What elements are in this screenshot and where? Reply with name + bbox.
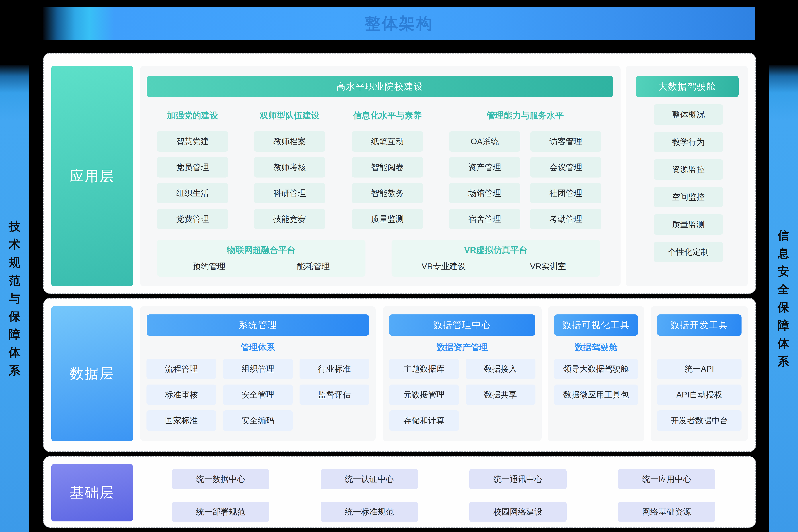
top-banner: 整体架构 [43, 7, 755, 40]
app-item-tile: 智慧党建 [157, 131, 228, 152]
platform-item: 能耗管理 [261, 261, 366, 272]
sidebar-char: 保 [9, 307, 20, 325]
sidebar-char: 保 [778, 299, 789, 317]
data-item-tile: 安全编码 [223, 411, 293, 431]
app-item-tile: 场馆管理 [449, 183, 520, 203]
data-item-tile: 数据微应用工具包 [554, 384, 638, 405]
foundation-item-tile: 统一应用中心 [618, 469, 715, 489]
cockpit-header: 大数据驾驶舱 [636, 76, 739, 97]
data-group-items: 流程管理组织管理行业标准标准审核安全管理监督评估国家标准安全编码 [140, 359, 376, 431]
application-layer-card: 应用层 高水平职业院校建设 加强党的建设智慧党建党员管理组织生活党费管理双师型队… [43, 53, 756, 294]
left-sidebar-tech-spec: 技术规范与保障体系 [0, 65, 29, 532]
foundation-layer-label: 基础层 [51, 464, 133, 521]
data-group-header: 数据管理中心 [389, 315, 535, 336]
app-item-tile: 智能阅卷 [352, 157, 423, 177]
app-subcolumn: OA系统资产管理场馆管理宿舍管理 [449, 131, 520, 229]
cockpit-header-text: 大数据驾驶舱 [658, 80, 716, 93]
data-group-items: 领导大数据驾驶舱数据微应用工具包 [548, 359, 645, 405]
data-group-panel: 数据管理中心数据资产管理主题数据库数据接入元数据管理数据共享存储和计算 [383, 306, 542, 441]
data-item-tile: 标准审核 [147, 384, 216, 405]
app-item-tile: 党费管理 [157, 209, 228, 229]
sidebar-char: 安 [778, 262, 789, 280]
data-item-tile: 行业标准 [299, 359, 369, 379]
data-group-subtitle: 管理体系 [140, 336, 376, 359]
app-column-items: OA系统资产管理场馆管理宿舍管理访客管理会议管理社团管理考勤管理 [449, 131, 601, 229]
app-column-items: 智慧党建党员管理组织生活党费管理 [157, 131, 228, 229]
foundation-item-tile: 网络基础资源 [618, 501, 715, 522]
platform-panel: VR虚拟仿真平台VR专业建设VR实训室 [391, 240, 600, 277]
data-group-header: 系统管理 [147, 315, 369, 336]
app-column-items: 教师档案教师考核科研管理技能竞赛 [254, 131, 325, 229]
data-item-tile: 开发者数据中台 [657, 411, 742, 431]
sidebar-char: 全 [778, 280, 789, 299]
app-column: 加强党的建设智慧党建党员管理组织生活党费管理 [157, 110, 228, 229]
cockpit-item-tile: 质量监测 [654, 214, 723, 235]
application-layer-label: 应用层 [51, 66, 133, 286]
foundation-item-tile: 统一标准规范 [321, 501, 418, 522]
sidebar-char: 障 [9, 325, 20, 344]
platform-item: 预约管理 [157, 261, 261, 272]
cockpit-item-tile: 个性化定制 [654, 242, 723, 262]
app-column: 信息化水平与素养纸笔互动智能阅卷智能教务质量监测 [352, 110, 423, 229]
app-item-tile: 党员管理 [157, 157, 228, 177]
foundation-item-tile: 校园网络建设 [469, 501, 567, 522]
data-group-items: 主题数据库数据接入元数据管理数据共享存储和计算 [383, 359, 542, 431]
layer-label-text: 数据层 [70, 364, 115, 383]
app-item-tile: 教师档案 [254, 131, 325, 152]
cockpit-item-tile: 教学行为 [654, 132, 723, 152]
data-group-header: 数据开发工具 [657, 315, 742, 336]
data-group-subtitle: 数据资产管理 [383, 336, 542, 359]
platform-items: 预约管理能耗管理 [157, 256, 366, 277]
platform-title: 物联网超融合平台 [157, 244, 366, 256]
data-item-tile: 元数据管理 [389, 384, 459, 405]
platform-title: VR虚拟仿真平台 [391, 244, 600, 256]
sidebar-char: 障 [778, 317, 789, 335]
data-item-tile: 数据接入 [466, 359, 536, 379]
data-group-panel: 数据开发工具统一APIAPI自动授权开发者数据中台 [651, 306, 748, 441]
sidebar-char: 体 [9, 344, 20, 362]
app-column-title: 加强党的建设 [157, 110, 228, 121]
data-group-header: 数据可视化工具 [554, 315, 638, 336]
platform-item: VR实训室 [496, 261, 600, 272]
data-item-tile: 统一API [657, 359, 742, 379]
data-item-tile: 存储和计算 [389, 411, 459, 431]
app-item-tile: 技能竞赛 [254, 209, 325, 229]
application-main-panel: 高水平职业院校建设 加强党的建设智慧党建党员管理组织生活党费管理双师型队伍建设教… [140, 66, 620, 286]
app-item-tile: 组织生活 [157, 183, 228, 203]
cockpit-item-tile: 资源监控 [654, 159, 723, 180]
data-item-tile: 领导大数据驾驶舱 [554, 359, 638, 379]
app-item-tile: 宿舍管理 [449, 209, 520, 229]
foundation-layer-card: 基础层 统一数据中心统一认证中心统一通讯中心统一应用中心统一部署规范统一标准规范… [43, 456, 756, 528]
cockpit-item-tile: 空间监控 [654, 187, 723, 207]
data-item-tile: 流程管理 [147, 359, 216, 379]
cockpit-item-tile: 整体概况 [654, 104, 723, 125]
app-panel-header: 高水平职业院校建设 [147, 76, 613, 97]
data-item-tile: 安全管理 [223, 384, 293, 405]
foundation-item-tile: 统一数据中心 [172, 469, 269, 489]
platform-panel: 物联网超融合平台预约管理能耗管理 [157, 240, 366, 277]
app-item-tile: OA系统 [449, 131, 520, 152]
app-column-title: 信息化水平与素养 [352, 110, 423, 121]
sidebar-char: 体 [778, 335, 789, 353]
data-item-tile: 组织管理 [223, 359, 293, 379]
app-column-title: 双师型队伍建设 [254, 110, 325, 121]
data-group-panel: 系统管理管理体系流程管理组织管理行业标准标准审核安全管理监督评估国家标准安全编码 [140, 306, 376, 441]
app-subcolumn: 访客管理会议管理社团管理考勤管理 [530, 131, 601, 229]
sidebar-char: 信 [778, 226, 789, 244]
sidebar-char: 与 [9, 289, 20, 307]
sidebar-char: 规 [9, 253, 20, 271]
sidebar-char: 系 [778, 353, 789, 370]
app-panel-header-text: 高水平职业院校建设 [336, 80, 423, 93]
app-item-tile: 考勤管理 [530, 209, 601, 229]
app-item-tile: 社团管理 [530, 183, 601, 203]
app-column: 管理能力与服务水平OA系统资产管理场馆管理宿舍管理访客管理会议管理社团管理考勤管… [449, 110, 601, 229]
foundation-item-tile: 统一通讯中心 [469, 469, 567, 489]
sidebar-char: 术 [9, 235, 20, 253]
app-item-tile: 科研管理 [254, 183, 325, 203]
sidebar-char: 息 [778, 244, 789, 262]
sidebar-char: 范 [9, 271, 20, 289]
app-item-tile: 资产管理 [449, 157, 520, 177]
sidebar-char: 系 [9, 362, 20, 380]
platform-item: VR专业建设 [391, 261, 496, 272]
layer-label-text: 基础层 [70, 483, 115, 502]
